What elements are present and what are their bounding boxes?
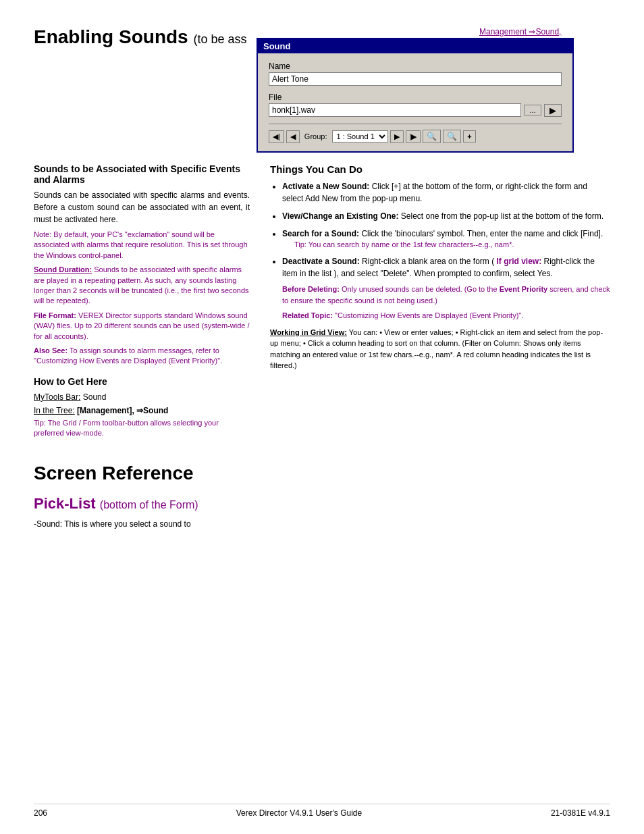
browse-button[interactable]: ... <box>524 105 541 115</box>
file-input[interactable] <box>269 103 521 117</box>
sound-dialog: Sound Name File ... ▶ ◀| ◀ Group: <box>257 38 574 153</box>
name-input[interactable] <box>269 72 562 86</box>
working-grid: Working in Grid View: You can: • View or… <box>270 327 610 371</box>
picklist-text: -Sound: This is where you select a sound… <box>34 518 610 530</box>
nav-first-button[interactable]: ◀| <box>269 130 284 143</box>
add-button[interactable]: + <box>463 130 475 142</box>
tip-grid: Tip: The Grid / Form toolbar-button allo… <box>34 418 250 439</box>
main-heading: Enabling Sounds (to be ass <box>34 26 247 47</box>
footer-right: 21-0381E v4.9.1 <box>551 808 610 818</box>
main-heading-text: Enabling Sounds <box>34 26 188 47</box>
play-button[interactable]: ▶ <box>544 104 562 117</box>
file-label: File <box>269 93 562 102</box>
footer: 206 Verex Director V4.9.1 User's Guide 2… <box>34 804 610 818</box>
sound-dialog-titlebar: Sound <box>258 39 572 53</box>
section1-heading: Sounds to be Associated with Specific Ev… <box>34 163 250 185</box>
things-heading: Things You Can Do <box>270 163 610 175</box>
screen-ref-heading: Screen Reference <box>34 463 610 484</box>
page: Enabling Sounds (to be ass Management ⇒S… <box>0 0 644 834</box>
main-heading-suffix: (to be ass <box>193 32 246 46</box>
mytools-bar: MyTools Bar: Sound <box>34 391 250 403</box>
screen-reference-section: Screen Reference Pick-List (bottom of th… <box>34 463 610 530</box>
nav-next-button[interactable]: ▶ <box>390 130 404 143</box>
note4: Also See: To assign sounds to alarm mess… <box>34 346 250 367</box>
bullet2: View/Change an Existing One: Select one … <box>282 210 610 222</box>
nav-prev-button[interactable]: ◀ <box>286 130 300 143</box>
nav-row: ◀| ◀ Group: 1 : Sound 1 ▶ |▶ 🔍 🔍 + <box>269 124 562 143</box>
binoculars1-button[interactable]: 🔍 <box>423 130 441 143</box>
name-label: Name <box>269 61 562 71</box>
bullet-list: Activate a New Sound: Click [+] at the b… <box>270 180 610 321</box>
tree-item: In the Tree: [Management], ⇒Sound <box>34 405 250 417</box>
binoculars2-button[interactable]: 🔍 <box>443 130 461 143</box>
group-select[interactable]: 1 : Sound 1 <box>332 130 388 142</box>
breadcrumb: Management ⇒Sound, <box>479 27 610 36</box>
file-row: ... ▶ <box>269 103 562 117</box>
picklist-heading: Pick-List (bottom of the Form) <box>34 495 610 513</box>
tip-search: Tip: You can search by name or the 1st f… <box>294 240 610 250</box>
footer-page-num: 206 <box>34 808 47 818</box>
note2: Sound Duration: Sounds to be associated … <box>34 265 250 307</box>
bullet1: Activate a New Sound: Click [+] at the b… <box>282 180 610 205</box>
before-deleting: Before Deleting: Only unused sounds can … <box>282 284 610 306</box>
bullet3: Search for a Sound: Click the 'binocular… <box>282 228 610 250</box>
nav-last-button[interactable]: |▶ <box>406 130 421 143</box>
note3: File Format: VEREX Director supports sta… <box>34 311 250 342</box>
how-heading: How to Get Here <box>34 376 250 387</box>
bullet4: Deactivate a Sound: Right-click a blank … <box>282 255 610 321</box>
footer-center: Verex Director V4.9.1 User's Guide <box>236 808 362 818</box>
section1-body: Sounds can be associated with specific a… <box>34 189 250 226</box>
note1: Note: By default, your PC's "exclamation… <box>34 230 250 261</box>
related-topic: Related Topic: "Customizing How Events a… <box>282 310 610 321</box>
group-label: Group: <box>304 132 327 140</box>
